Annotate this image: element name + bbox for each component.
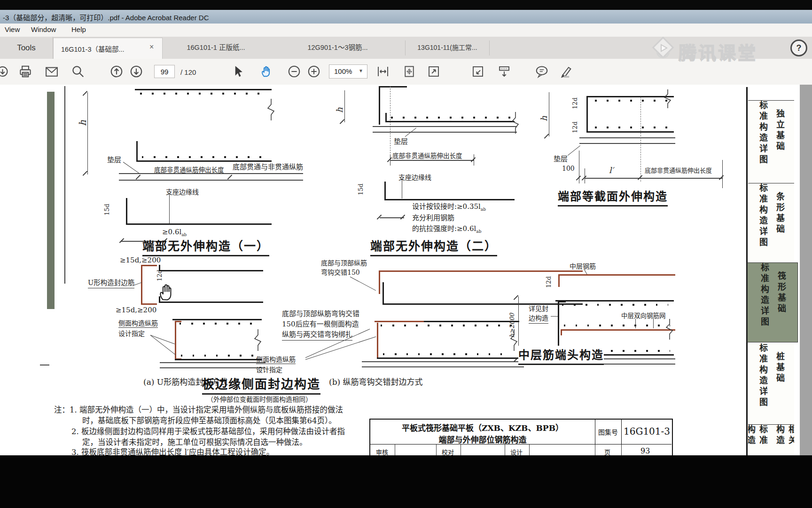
side-tab-raft-active[interactable]: 标准构造详图 筏形基础 [747, 262, 798, 342]
help-icon[interactable]: ? [790, 40, 807, 56]
side-tab-related[interactable]: 标准构造详图 基础相关构造 [748, 425, 794, 455]
side-tab-group: 标准构造详图 [757, 101, 769, 183]
side-tab-group: 标准构造详图 [757, 343, 769, 424]
side-tab-pile[interactable]: 标准构造详图 桩基础 [748, 343, 794, 425]
watermark-text: 腾讯课堂 [679, 39, 757, 64]
side-tab-group: 标准构造详图 [757, 183, 769, 262]
side-tab-label: 条形基础 [773, 192, 786, 262]
side-tab-strip[interactable]: 标准构造详图 条形基础 [748, 183, 794, 262]
side-tab-label: 独立基础 [773, 109, 786, 183]
acrobat-window: -3（基础部分，超清晰，可打印）.pdf - Adobe Acrobat Rea… [0, 0, 812, 508]
tencent-classroom-logo-icon [649, 36, 676, 62]
side-tab-group: 标准构造详图 [758, 263, 770, 342]
side-tab-label: 基础相关构造 [773, 425, 794, 455]
watermark: 腾讯课堂 ? [649, 36, 812, 62]
side-tab-group: 标准构造详图 [748, 425, 769, 455]
bottom-black-bar [0, 455, 812, 508]
page-side-tabs: 标准构造详图 独立基础 标准构造详图 条形基础 标准构造详图 筏形基础 标准构造… [0, 0, 812, 508]
pdf-page: h 垫层 底部非贯通纵筋伸出长度 底部贯通与非贯通纵筋 支座边缘线 15d ≥0… [0, 0, 812, 508]
side-tab-independent[interactable]: 标准构造详图 独立基础 [748, 100, 794, 183]
side-tab-label: 筏形基础 [775, 271, 787, 342]
side-tab-label: 桩基础 [773, 352, 786, 424]
